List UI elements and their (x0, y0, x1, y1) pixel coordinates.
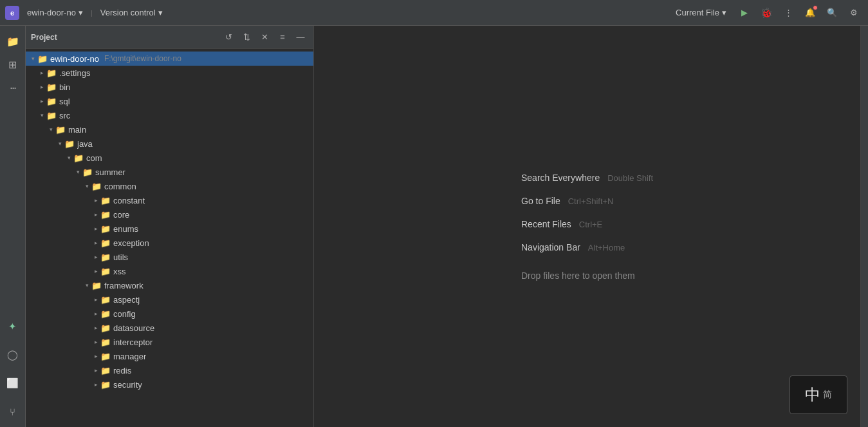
framework-label: framework (104, 281, 143, 290)
sidebar-plugins-button[interactable]: ⊞ (3, 54, 23, 75)
notifications-button[interactable]: 🔔 (801, 4, 819, 22)
more-menu-button[interactable]: ⋮ (779, 4, 797, 22)
root-path: F:\gmtgit\ewin-door-no (104, 54, 181, 63)
xss-label: xss (113, 267, 126, 276)
sql-folder-icon: 📁 (46, 97, 57, 106)
editor-area: Search Everywhere Double Shift Go to Fil… (314, 26, 860, 427)
sidebar-files-button[interactable]: 📁 (3, 31, 23, 52)
tree-item-core[interactable]: ▸ 📁 core (26, 207, 313, 222)
tree-item-summer[interactable]: ▾ 📁 summer (26, 165, 313, 179)
current-file-label: Current File (676, 8, 719, 17)
settings-button[interactable]: ⚙ (845, 4, 863, 22)
settings-folder-icon: 📁 (46, 68, 57, 78)
project-name-label: ewin-door-no (27, 8, 76, 17)
datasource-folder-icon: 📁 (100, 323, 111, 333)
manager-label: manager (113, 352, 146, 361)
sidebar-git-button[interactable]: ⑂ (3, 401, 23, 422)
right-panel (860, 26, 868, 427)
run-button[interactable]: ▶ (735, 4, 753, 22)
tree-item-bin[interactable]: ▸ 📁 bin (26, 80, 313, 94)
src-label: src (59, 111, 70, 120)
sidebar-more-button[interactable]: ··· (3, 77, 23, 98)
common-arrow-icon: ▾ (82, 182, 91, 191)
config-folder-icon: 📁 (100, 309, 111, 319)
sidebar-icons: 📁 ⊞ ··· ✦ ◯ ⬜ ⑂ (0, 26, 26, 427)
main-folder-icon: 📁 (55, 125, 66, 135)
tree-item-java[interactable]: ▾ 📁 java (26, 137, 313, 151)
shortcut-row-recent: Recent Files Ctrl+E (521, 219, 602, 229)
tree-item-com[interactable]: ▾ 📁 com (26, 151, 313, 165)
com-folder-icon: 📁 (73, 153, 84, 163)
tree-item-aspectj[interactable]: ▸ 📁 aspectj (26, 292, 313, 307)
settings-arrow-icon: ▸ (37, 68, 46, 77)
tree-item-settings[interactable]: ▸ 📁 .settings (26, 66, 313, 80)
tree-item-manager[interactable]: ▸ 📁 manager (26, 349, 313, 363)
main-label: main (68, 125, 86, 135)
security-arrow-icon: ▸ (91, 380, 100, 389)
summer-label: summer (95, 167, 125, 177)
tree-item-constant[interactable]: ▸ 📁 constant (26, 193, 313, 207)
sidebar-database-button[interactable]: ◯ (3, 345, 23, 365)
tree-item-xss[interactable]: ▸ 📁 xss (26, 264, 313, 278)
recent-files-key: Ctrl+E (579, 220, 602, 229)
ime-preview[interactable]: 中 简 (790, 375, 847, 414)
current-file-chevron-icon (722, 8, 726, 17)
security-folder-icon: 📁 (100, 380, 111, 390)
com-arrow-icon: ▾ (64, 153, 73, 162)
main-area: 📁 ⊞ ··· ✦ ◯ ⬜ ⑂ Project ↺ ⇅ ✕ ≡ — ▾ 📁 ew… (0, 26, 868, 427)
common-label: common (104, 182, 136, 191)
version-control-chevron-icon (158, 8, 163, 17)
summer-arrow-icon: ▾ (73, 167, 82, 176)
goto-file-label: Go to File (521, 196, 560, 206)
tree-item-config[interactable]: ▸ 📁 config (26, 307, 313, 321)
shortcut-row-navbar: Navigation Bar Alt+Home (521, 242, 625, 252)
panel-refresh-button[interactable]: ↺ (221, 30, 236, 45)
bin-folder-icon: 📁 (46, 82, 57, 92)
framework-folder-icon: 📁 (91, 281, 102, 290)
interceptor-folder-icon: 📁 (100, 337, 111, 347)
sidebar-terminal-button[interactable]: ⬜ (3, 373, 23, 394)
enums-arrow-icon: ▸ (91, 224, 100, 233)
tree-item-utils[interactable]: ▸ 📁 utils (26, 250, 313, 264)
core-folder-icon: 📁 (100, 210, 111, 220)
project-name-button[interactable]: ewin-door-no (23, 6, 87, 19)
tree-item-exception[interactable]: ▸ 📁 exception (26, 236, 313, 250)
tree-item-root[interactable]: ▾ 📁 ewin-door-no F:\gmtgit\ewin-door-no (26, 52, 313, 66)
tree-item-common[interactable]: ▾ 📁 common (26, 179, 313, 193)
tree-item-sql[interactable]: ▸ 📁 sql (26, 94, 313, 108)
search-everywhere-button[interactable]: 🔍 (823, 4, 841, 22)
tree-item-enums[interactable]: ▸ 📁 enums (26, 222, 313, 236)
sql-arrow-icon: ▸ (37, 97, 46, 106)
debug-button[interactable]: 🐞 (757, 4, 775, 22)
tree-item-redis[interactable]: ▸ 📁 redis (26, 363, 313, 377)
navbar-key: Alt+Home (588, 243, 625, 252)
settings-label: .settings (59, 68, 90, 78)
redis-folder-icon: 📁 (100, 366, 111, 375)
tree-item-main[interactable]: ▾ 📁 main (26, 122, 313, 137)
security-label: security (113, 380, 142, 390)
file-tree: ▾ 📁 ewin-door-no F:\gmtgit\ewin-door-no … (26, 49, 313, 427)
tree-item-security[interactable]: ▸ 📁 security (26, 377, 313, 392)
framework-arrow-icon: ▾ (82, 281, 91, 290)
current-file-button[interactable]: Current File (670, 6, 732, 19)
search-everywhere-key: Double Shift (607, 173, 653, 183)
ime-char-big: 中 (805, 384, 820, 405)
version-control-button[interactable]: Version control (97, 6, 167, 19)
panel-title: Project (31, 33, 218, 42)
panel-options-button[interactable]: ≡ (275, 30, 290, 45)
panel-expand-button[interactable]: ⇅ (239, 30, 254, 45)
common-folder-icon: 📁 (91, 182, 102, 191)
tree-item-datasource[interactable]: ▸ 📁 datasource (26, 321, 313, 335)
panel-minimize-button[interactable]: — (293, 30, 308, 45)
title-bar-left: e ewin-door-no | Version control (5, 6, 167, 20)
sidebar-ai-button[interactable]: ✦ (3, 316, 23, 337)
tree-item-src[interactable]: ▾ 📁 src (26, 108, 313, 122)
src-folder-icon: 📁 (46, 111, 57, 120)
root-arrow-icon: ▾ (28, 54, 37, 63)
shortcut-row-goto: Go to File Ctrl+Shift+N (521, 196, 614, 206)
config-label: config (113, 309, 136, 319)
tree-item-framework[interactable]: ▾ 📁 framework (26, 278, 313, 292)
tree-item-interceptor[interactable]: ▸ 📁 interceptor (26, 335, 313, 349)
manager-arrow-icon: ▸ (91, 352, 100, 361)
panel-close-button[interactable]: ✕ (257, 30, 272, 45)
